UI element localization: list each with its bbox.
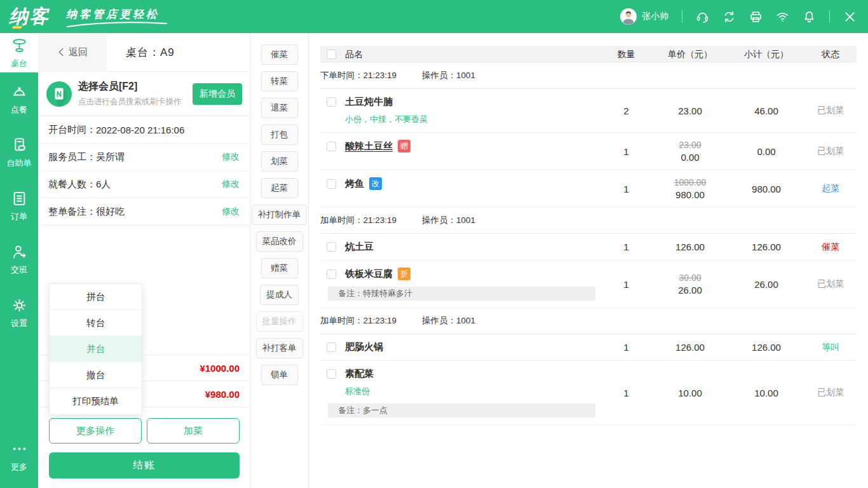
dish-qty: 2 bbox=[600, 96, 652, 125]
reprint-kitchen-ticket-button[interactable]: 补打制作单 bbox=[252, 205, 308, 225]
member-card-icon bbox=[46, 81, 72, 107]
order-group-header: 加单时间：21:23:19 操作员：1001 bbox=[320, 308, 857, 334]
row-checkbox[interactable] bbox=[327, 269, 336, 279]
dish-status: 已划菜 bbox=[817, 278, 844, 290]
pos-app: 纳客 纳客管店更轻松 张小帅 bbox=[0, 0, 868, 488]
menu-item-merge-table[interactable]: 并台 bbox=[50, 336, 142, 362]
dish-qty: 1 bbox=[600, 341, 652, 353]
sidebar-item-orders[interactable]: 订单 bbox=[0, 179, 38, 233]
start-dish-button[interactable]: 起菜 bbox=[261, 178, 298, 198]
order-group-header: 下单时间：21:23:19 操作员：1001 bbox=[320, 63, 857, 89]
table-icon bbox=[11, 37, 28, 54]
back-button[interactable]: 返回 bbox=[38, 33, 107, 72]
table-row: 土豆炖牛腩 小份，中辣，不要香菜 2 23.00 46.00 已划菜 bbox=[320, 89, 857, 133]
dish-old-price: 1000.00 bbox=[674, 177, 707, 187]
transfer-dish-button[interactable]: 转菜 bbox=[261, 71, 298, 92]
info-label: 开台时间： bbox=[48, 124, 96, 136]
info-row-waiter: 服务员工： 吴所谓 修改 bbox=[38, 144, 250, 171]
table-row: 铁板米豆腐 折 备注：特辣特麻多汁 1 30.00 26.00 26.00 已划… bbox=[320, 261, 857, 308]
sidebar-item-label: 桌台 bbox=[11, 58, 27, 69]
reprint-guest-bill-button[interactable]: 补打客单 bbox=[256, 338, 303, 358]
row-checkbox[interactable] bbox=[327, 142, 336, 151]
order-list-icon bbox=[11, 190, 28, 207]
wifi-icon[interactable] bbox=[776, 10, 789, 24]
menu-item-clear-table[interactable]: 撤台 bbox=[50, 362, 142, 388]
sidebar-item-settings[interactable]: 设置 bbox=[0, 286, 38, 339]
sidebar-item-self-order[interactable]: 自助单 bbox=[0, 126, 38, 179]
dish-price: 126.00 bbox=[652, 241, 728, 253]
sidebar-item-label: 设置 bbox=[11, 318, 27, 329]
select-all-checkbox[interactable] bbox=[327, 50, 336, 59]
dish-name: 素配菜 bbox=[345, 368, 374, 380]
user-menu[interactable]: 张小帅 bbox=[620, 8, 668, 25]
dish-qty: 1 bbox=[600, 241, 652, 253]
row-checkbox[interactable] bbox=[327, 242, 336, 252]
order-group-header: 加单时间：21:23:19 操作员：1001 bbox=[320, 208, 857, 234]
table-detail-panel: 返回 桌台：A9 选择会员[F2] 点击进行会员搜索或刷卡操作 新增会员 开台时… bbox=[38, 33, 250, 488]
group-time: 加单时间：21:23:19 bbox=[320, 315, 397, 327]
dish-price: 126.00 bbox=[652, 341, 728, 353]
checkout-button[interactable]: 结账 bbox=[49, 452, 240, 478]
dish-name: 铁板米豆腐 bbox=[345, 268, 393, 280]
page-title: 桌台：A9 bbox=[126, 45, 175, 60]
member-select-card[interactable]: 选择会员[F2] 点击进行会员搜索或刷卡操作 新增会员 bbox=[38, 72, 250, 116]
change-price-button[interactable]: 菜品改价 bbox=[256, 231, 303, 252]
brand-area: 纳客 纳客管店更轻松 bbox=[9, 4, 159, 30]
more-operations-button[interactable]: 更多操作 bbox=[49, 418, 142, 444]
modified-badge: 改 bbox=[369, 177, 382, 190]
notification-bell-icon[interactable] bbox=[803, 10, 816, 24]
menu-item-transfer-table[interactable]: 转台 bbox=[50, 310, 142, 336]
sidebar-item-shift[interactable]: 交班 bbox=[0, 233, 38, 286]
discount-badge: 折 bbox=[398, 268, 410, 280]
sidebar-item-tables[interactable]: 桌台 bbox=[0, 33, 38, 72]
support-headset-icon[interactable] bbox=[696, 10, 709, 24]
group-operator: 操作员：1001 bbox=[422, 315, 475, 327]
dish-name: 烤鱼 bbox=[345, 178, 364, 190]
gift-dish-button[interactable]: 赠菜 bbox=[261, 258, 298, 278]
row-checkbox[interactable] bbox=[327, 97, 336, 107]
menu-item-print-prebill[interactable]: 打印预结单 bbox=[50, 388, 142, 414]
dish-qty: 1 bbox=[600, 140, 652, 163]
sidebar-item-ordering[interactable]: 点餐 bbox=[0, 72, 38, 126]
urge-dish-button[interactable]: 催菜 bbox=[261, 44, 298, 65]
mark-served-button[interactable]: 划菜 bbox=[261, 151, 298, 172]
add-dish-button[interactable]: 加菜 bbox=[147, 418, 240, 444]
lock-order-button[interactable]: 锁单 bbox=[261, 365, 298, 385]
dish-subtotal: 26.00 bbox=[728, 268, 804, 301]
user-name: 张小帅 bbox=[642, 11, 668, 22]
close-icon[interactable] bbox=[843, 10, 857, 24]
dish-name: 炕土豆 bbox=[345, 241, 374, 253]
edit-guest-count-link[interactable]: 修改 bbox=[222, 179, 240, 190]
gear-icon bbox=[11, 297, 28, 314]
row-checkbox[interactable] bbox=[327, 342, 336, 352]
self-order-icon bbox=[11, 137, 28, 154]
group-time: 加单时间：21:23:19 bbox=[320, 215, 397, 226]
edit-waiter-link[interactable]: 修改 bbox=[222, 151, 240, 163]
topbar-right: 张小帅 bbox=[620, 8, 857, 25]
commission-person-button[interactable]: 提成人 bbox=[260, 285, 299, 305]
dish-price: 10.00 bbox=[652, 368, 728, 417]
menu-item-join-table[interactable]: 拼台 bbox=[50, 284, 142, 310]
return-dish-button[interactable]: 退菜 bbox=[261, 98, 298, 118]
dish-status: 已划菜 bbox=[817, 387, 844, 398]
row-checkbox[interactable] bbox=[327, 369, 336, 379]
dish-note: 备注：多一点 bbox=[328, 403, 595, 417]
sidebar-item-more[interactable]: 更多 bbox=[0, 430, 38, 483]
printer-icon[interactable] bbox=[749, 10, 763, 24]
slogan-swoosh bbox=[66, 20, 168, 28]
takeout-pack-button[interactable]: 打包 bbox=[261, 125, 298, 145]
row-checkbox[interactable] bbox=[327, 179, 336, 189]
dish-status: 催菜 bbox=[822, 241, 839, 253]
info-value: 很好吃 bbox=[96, 206, 125, 218]
edit-order-note-link[interactable]: 修改 bbox=[222, 206, 240, 217]
dish-status: 起菜 bbox=[822, 183, 839, 194]
back-label: 返回 bbox=[69, 46, 88, 58]
member-subtitle: 点击进行会员搜索或刷卡操作 bbox=[78, 97, 182, 107]
dish-name: 肥肠火锅 bbox=[345, 341, 383, 353]
add-member-button[interactable]: 新增会员 bbox=[193, 83, 242, 105]
topbar-divider bbox=[682, 10, 682, 23]
dish-price: 23.00 bbox=[652, 96, 728, 125]
sidebar-item-label: 更多 bbox=[11, 461, 27, 473]
sync-icon[interactable] bbox=[722, 10, 736, 24]
col-name: 品名 bbox=[345, 49, 363, 60]
